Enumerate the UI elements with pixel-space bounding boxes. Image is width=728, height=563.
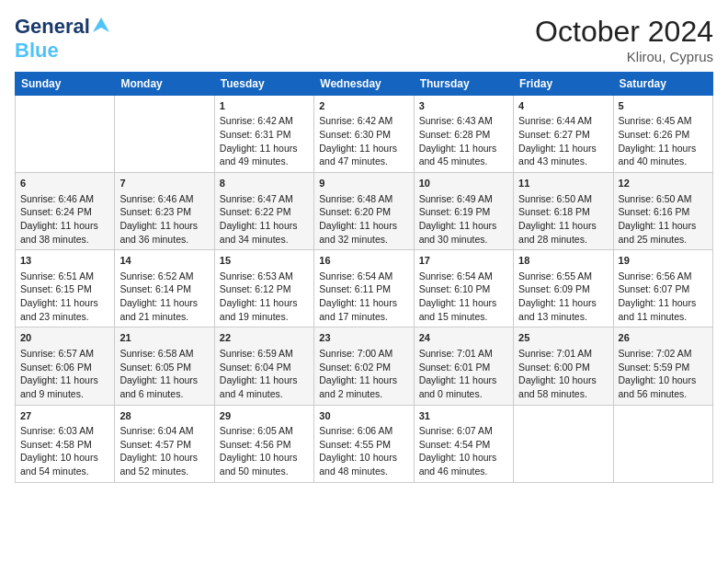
calendar-cell: 17Sunrise: 6:54 AMSunset: 6:10 PMDayligh… xyxy=(414,250,513,327)
daylight-text: Daylight: 11 hours and 49 minutes. xyxy=(220,143,298,167)
sunset-text: Sunset: 6:31 PM xyxy=(220,129,291,140)
sunrise-text: Sunrise: 6:56 AM xyxy=(619,270,692,282)
day-number: 3 xyxy=(419,99,508,113)
calendar-cell: 25Sunrise: 7:01 AMSunset: 6:00 PMDayligh… xyxy=(514,327,613,405)
sunrise-text: Sunrise: 6:52 AM xyxy=(119,270,193,282)
sunset-text: Sunset: 4:58 PM xyxy=(20,439,92,450)
day-number: 21 xyxy=(119,331,209,345)
daylight-text: Daylight: 11 hours and 15 minutes. xyxy=(419,297,497,322)
sunrise-text: Sunrise: 7:01 AM xyxy=(518,348,592,359)
day-number: 5 xyxy=(619,99,708,113)
calendar-cell: 12Sunrise: 6:50 AMSunset: 6:16 PMDayligh… xyxy=(613,173,712,250)
sunrise-text: Sunrise: 6:50 AM xyxy=(518,193,592,204)
calendar-cell: 11Sunrise: 6:50 AMSunset: 6:18 PMDayligh… xyxy=(514,173,613,250)
page: General Blue October 2024 Klirou, Cyprus… xyxy=(0,0,728,563)
sunrise-text: Sunrise: 6:45 AM xyxy=(619,115,692,126)
sunrise-text: Sunrise: 6:53 AM xyxy=(220,270,293,282)
sunrise-text: Sunrise: 6:50 AM xyxy=(619,193,692,204)
day-number: 18 xyxy=(518,254,608,268)
sunset-text: Sunset: 6:22 PM xyxy=(220,206,291,217)
weekday-thursday: Thursday xyxy=(414,73,513,96)
sunset-text: Sunset: 6:20 PM xyxy=(319,206,391,217)
daylight-text: Daylight: 11 hours and 11 minutes. xyxy=(619,297,697,322)
daylight-text: Daylight: 11 hours and 13 minutes. xyxy=(518,297,597,322)
sunrise-text: Sunrise: 6:51 AM xyxy=(20,270,94,282)
location: Klirou, Cyprus xyxy=(535,49,713,64)
daylight-text: Daylight: 11 hours and 17 minutes. xyxy=(319,297,397,322)
sunrise-text: Sunrise: 7:01 AM xyxy=(419,348,493,359)
daylight-text: Daylight: 10 hours and 54 minutes. xyxy=(20,452,98,477)
weekday-saturday: Saturday xyxy=(613,73,712,96)
day-number: 7 xyxy=(119,177,209,190)
daylight-text: Daylight: 11 hours and 23 minutes. xyxy=(20,297,98,322)
sunset-text: Sunset: 6:09 PM xyxy=(518,283,590,294)
sunset-text: Sunset: 6:26 PM xyxy=(619,129,690,140)
sunset-text: Sunset: 6:11 PM xyxy=(319,283,391,294)
daylight-text: Daylight: 10 hours and 58 minutes. xyxy=(518,374,597,399)
calendar-cell: 19Sunrise: 6:56 AMSunset: 6:07 PMDayligh… xyxy=(613,250,712,327)
calendar-cell: 30Sunrise: 6:06 AMSunset: 4:55 PMDayligh… xyxy=(314,405,414,482)
sunset-text: Sunset: 6:05 PM xyxy=(119,362,191,373)
calendar-cell: 3Sunrise: 6:43 AMSunset: 6:28 PMDaylight… xyxy=(414,96,513,173)
day-number: 17 xyxy=(419,254,508,268)
daylight-text: Daylight: 11 hours and 21 minutes. xyxy=(119,297,198,322)
calendar-cell: 18Sunrise: 6:55 AMSunset: 6:09 PMDayligh… xyxy=(514,250,613,327)
calendar-cell xyxy=(115,96,214,173)
sunset-text: Sunset: 6:27 PM xyxy=(518,129,590,140)
sunrise-text: Sunrise: 6:49 AM xyxy=(419,193,493,204)
sunrise-text: Sunrise: 6:54 AM xyxy=(419,270,493,282)
sunset-text: Sunset: 6:18 PM xyxy=(518,206,590,217)
weekday-friday: Friday xyxy=(514,73,613,96)
sunset-text: Sunset: 6:07 PM xyxy=(619,283,690,294)
daylight-text: Daylight: 10 hours and 50 minutes. xyxy=(220,452,298,477)
daylight-text: Daylight: 10 hours and 56 minutes. xyxy=(619,374,697,399)
daylight-text: Daylight: 11 hours and 47 minutes. xyxy=(319,143,397,167)
title-block: October 2024 Klirou, Cyprus xyxy=(535,15,713,64)
calendar-cell: 29Sunrise: 6:05 AMSunset: 4:56 PMDayligh… xyxy=(214,405,313,482)
sunset-text: Sunset: 6:16 PM xyxy=(619,206,690,217)
sunrise-text: Sunrise: 6:04 AM xyxy=(119,425,193,436)
day-number: 25 xyxy=(518,331,608,345)
header: General Blue October 2024 Klirou, Cyprus xyxy=(15,15,713,64)
sunset-text: Sunset: 6:28 PM xyxy=(419,129,491,140)
sunset-text: Sunset: 6:30 PM xyxy=(319,129,391,140)
week-row-3: 13Sunrise: 6:51 AMSunset: 6:15 PMDayligh… xyxy=(16,250,713,327)
sunrise-text: Sunrise: 6:44 AM xyxy=(518,115,592,126)
sunrise-text: Sunrise: 7:00 AM xyxy=(319,348,392,359)
sunset-text: Sunset: 6:24 PM xyxy=(20,206,92,217)
calendar-cell: 22Sunrise: 6:59 AMSunset: 6:04 PMDayligh… xyxy=(214,327,313,405)
sunset-text: Sunset: 4:57 PM xyxy=(119,439,191,450)
weekday-tuesday: Tuesday xyxy=(214,73,313,96)
calendar-cell: 23Sunrise: 7:00 AMSunset: 6:02 PMDayligh… xyxy=(314,327,414,405)
calendar-table: SundayMondayTuesdayWednesdayThursdayFrid… xyxy=(15,72,713,483)
sunset-text: Sunset: 6:01 PM xyxy=(419,362,491,373)
sunset-text: Sunset: 6:14 PM xyxy=(119,283,191,294)
weekday-wednesday: Wednesday xyxy=(314,73,414,96)
sunrise-text: Sunrise: 6:03 AM xyxy=(20,425,94,436)
sunrise-text: Sunrise: 6:43 AM xyxy=(419,115,493,126)
logo-general: General xyxy=(15,15,90,39)
svg-marker-0 xyxy=(93,17,109,32)
sunset-text: Sunset: 6:23 PM xyxy=(119,206,191,217)
daylight-text: Daylight: 10 hours and 48 minutes. xyxy=(319,452,397,477)
day-number: 29 xyxy=(220,409,309,423)
week-row-5: 27Sunrise: 6:03 AMSunset: 4:58 PMDayligh… xyxy=(16,405,713,482)
daylight-text: Daylight: 11 hours and 43 minutes. xyxy=(518,143,597,167)
sunrise-text: Sunrise: 6:48 AM xyxy=(319,193,392,204)
sunset-text: Sunset: 6:00 PM xyxy=(518,362,590,373)
calendar-cell: 2Sunrise: 6:42 AMSunset: 6:30 PMDaylight… xyxy=(314,96,414,173)
sunset-text: Sunset: 6:06 PM xyxy=(20,362,92,373)
month-title: October 2024 xyxy=(535,15,713,49)
daylight-text: Daylight: 10 hours and 46 minutes. xyxy=(419,452,497,477)
sunrise-text: Sunrise: 6:47 AM xyxy=(220,193,293,204)
day-number: 1 xyxy=(220,99,309,113)
day-number: 22 xyxy=(220,331,309,345)
daylight-text: Daylight: 11 hours and 30 minutes. xyxy=(419,220,497,245)
sunset-text: Sunset: 6:19 PM xyxy=(419,206,491,217)
week-row-2: 6Sunrise: 6:46 AMSunset: 6:24 PMDaylight… xyxy=(16,173,713,250)
sunrise-text: Sunrise: 6:07 AM xyxy=(419,425,493,436)
sunset-text: Sunset: 6:02 PM xyxy=(319,362,391,373)
day-number: 28 xyxy=(119,409,209,423)
day-number: 4 xyxy=(518,99,608,113)
day-number: 10 xyxy=(419,177,508,190)
